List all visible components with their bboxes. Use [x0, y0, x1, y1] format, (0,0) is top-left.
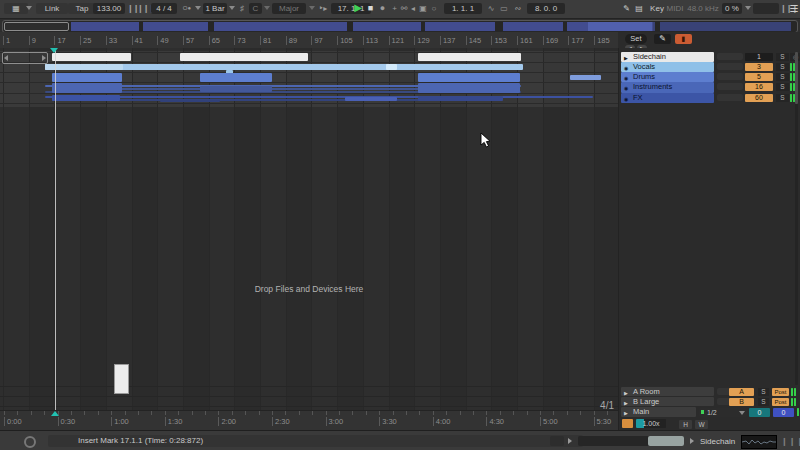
preview-left-arrow-icon[interactable]	[568, 438, 572, 444]
link-button[interactable]: Link	[36, 3, 68, 14]
set-locator-button[interactable]: Set	[625, 34, 647, 44]
return-value-box[interactable]: B	[729, 398, 754, 406]
hamburger-menu-icon[interactable]: ☰	[789, 2, 799, 15]
metronome-caret-icon[interactable]	[195, 6, 201, 10]
track-fold-icon[interactable]: ▶	[624, 388, 628, 396]
beat-time-ruler[interactable]: 1917253341495765738189971051131211291371…	[0, 32, 618, 49]
scale-name-caret-icon[interactable]	[309, 6, 315, 10]
loop-switch-icon[interactable]: ▭	[497, 2, 511, 15]
clip-fx[interactable]	[418, 96, 503, 101]
clip-instruments[interactable]	[200, 86, 272, 92]
metronome-icon[interactable]: O●	[180, 2, 194, 15]
post-toggle[interactable]: Post	[772, 398, 789, 406]
track-value-box[interactable]: 3	[745, 63, 773, 71]
track-fold-icon[interactable]: ◉	[624, 63, 628, 72]
track-value-box[interactable]: 60	[745, 94, 773, 102]
track-header-fx[interactable]: ◉FX 60 S	[619, 93, 800, 103]
clip-vocals[interactable]	[386, 64, 397, 70]
track-fold-icon[interactable]: ▶	[624, 398, 628, 406]
clip-drums[interactable]	[52, 73, 122, 82]
midi-overdub-icon[interactable]: +	[390, 2, 399, 15]
minute-time-ruler[interactable]: 0:000:301:001:302:002:303:003:304:004:30…	[0, 410, 618, 431]
post-toggle[interactable]: Post	[772, 388, 789, 396]
return-name[interactable]: ▶B Large	[621, 397, 714, 406]
solo-button[interactable]: S	[776, 83, 789, 91]
clip-sidechain[interactable]	[180, 53, 308, 61]
loop-start-handle-icon[interactable]	[4, 55, 8, 61]
stop-button[interactable]: ■	[365, 2, 376, 15]
clip-fx[interactable]	[45, 96, 593, 98]
solo-button[interactable]: S	[776, 73, 789, 81]
quantize-caret-icon[interactable]	[229, 6, 235, 10]
session-record-icon[interactable]: ○	[429, 2, 439, 15]
track-name[interactable]: ◉Instruments	[621, 82, 714, 93]
panel-scrollbar-thumb[interactable]	[795, 52, 798, 104]
track-fold-icon[interactable]: ◉	[624, 83, 628, 93]
track-fold-icon[interactable]: ▶	[624, 408, 628, 417]
view-options-icon[interactable]: ▦	[4, 3, 28, 14]
re-enable-automation-icon[interactable]: ◂	[409, 2, 417, 15]
groove-pool-icon[interactable]	[622, 419, 633, 428]
clip-sidechain[interactable]	[418, 53, 521, 61]
playback-speed-field[interactable]: 1.00x	[636, 419, 666, 428]
loop-brace[interactable]	[2, 52, 48, 64]
solo-button[interactable]: S	[776, 94, 789, 102]
preview-right-arrow-icon[interactable]	[690, 438, 694, 444]
nudge-down-icon[interactable]: ❙❙	[127, 2, 136, 15]
return-name[interactable]: ▶A Room	[621, 387, 714, 396]
tap-tempo-button[interactable]: Tap	[68, 3, 96, 14]
main-track-header[interactable]: ▶Main 1/2 0 0	[619, 407, 800, 417]
return-track-b-large[interactable]: ▶B Large B S Post	[619, 397, 800, 406]
track-header-drums[interactable]: ◉Drums 5 S	[619, 72, 800, 82]
scale-icon[interactable]: ♯	[238, 2, 246, 15]
return-track-a-room[interactable]: ▶A Room A S Post	[619, 387, 800, 396]
draw-mode-icon[interactable]: ✎	[621, 2, 632, 15]
midi-map-button[interactable]: MIDI	[664, 2, 686, 15]
time-signature-field[interactable]: 4 / 4	[151, 3, 177, 14]
solo-button[interactable]: S	[776, 63, 789, 71]
track-name[interactable]: ◉Drums	[621, 72, 714, 82]
play-button[interactable]: ▶	[352, 1, 364, 14]
punch-out-icon[interactable]: ∾	[513, 2, 523, 15]
preview-waveform[interactable]	[741, 435, 777, 449]
loop-start-field[interactable]: 1. 1. 1	[444, 3, 482, 14]
solo-button[interactable]: S	[758, 388, 769, 396]
cue-caret-icon[interactable]	[739, 411, 745, 415]
track-value-box[interactable]: 5	[745, 73, 773, 81]
insert-marker-icon[interactable]	[50, 48, 58, 53]
track-header-vocals[interactable]: ◉Vocals 3 S	[619, 62, 800, 72]
overview-view-window[interactable]	[4, 22, 69, 31]
clip-fx[interactable]	[52, 95, 120, 101]
capture-midi-icon[interactable]: ▣	[418, 2, 428, 15]
nudge-up-icon[interactable]: ❙❙❙	[137, 2, 148, 15]
arrangement-record-button[interactable]: ●	[377, 2, 388, 15]
track-fold-icon[interactable]: ◉	[624, 73, 628, 82]
computer-midi-keyboard-icon[interactable]: ▤	[633, 2, 645, 15]
optimize-height-button[interactable]: H	[679, 420, 692, 429]
arrangement-canvas[interactable]: Drop Files and Devices Here 4/1	[0, 48, 618, 410]
cue-out-chooser[interactable]: 1/2	[699, 408, 747, 417]
track-name[interactable]: ◉Vocals	[621, 62, 714, 72]
track-fold-icon[interactable]: ▶	[624, 53, 628, 62]
track-name[interactable]: ◉FX	[621, 93, 714, 103]
punch-in-icon[interactable]: ∿	[486, 2, 496, 15]
track-fold-icon[interactable]: ◉	[624, 94, 628, 103]
optimize-width-button[interactable]: W	[695, 420, 708, 429]
clip-drums[interactable]	[418, 73, 520, 82]
arrangement-quantize-button[interactable]: ▮	[675, 34, 692, 44]
clip-instruments[interactable]	[52, 83, 122, 93]
preview-toggle-box[interactable]	[550, 436, 564, 446]
main-volume-box[interactable]: 0	[773, 408, 794, 417]
automation-arm-icon[interactable]: ⚯	[399, 2, 409, 15]
main-track-name[interactable]: ▶Main	[621, 407, 696, 417]
scale-root-caret-icon[interactable]	[264, 6, 270, 10]
cpu-caret-icon[interactable]	[745, 6, 751, 10]
small-white-clip[interactable]	[114, 364, 129, 394]
quantize-menu[interactable]: 1 Bar	[203, 3, 227, 14]
loop-end-handle-icon[interactable]	[42, 55, 46, 61]
cpu-load-field[interactable]: 0 %	[722, 3, 742, 14]
solo-button[interactable]: S	[758, 398, 769, 406]
follow-icon[interactable]: ‣▸	[318, 2, 328, 15]
draw-automation-icon[interactable]: ✎	[654, 34, 671, 44]
main-pan-box[interactable]: 0	[749, 408, 770, 417]
